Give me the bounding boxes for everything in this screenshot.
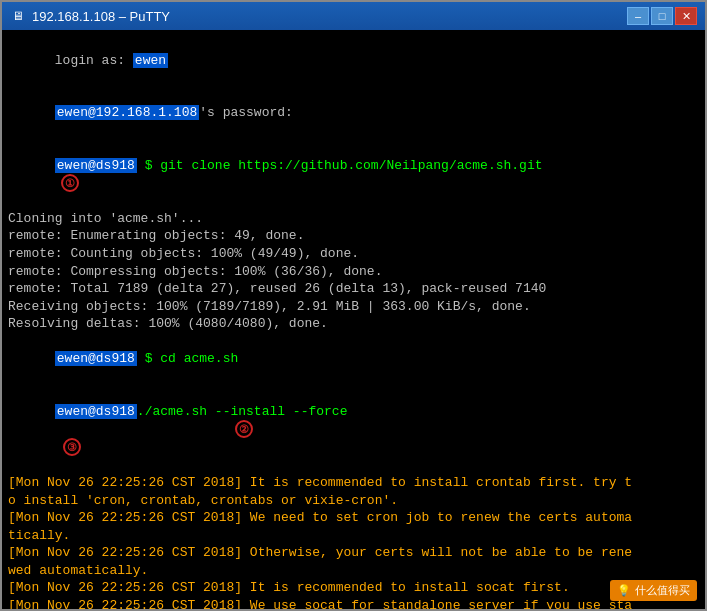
watermark-icon: 💡 [617,583,631,598]
close-button[interactable]: ✕ [675,7,697,25]
terminal-line: ewen@ds918./acme.sh --install --force ② … [8,385,699,474]
window-title: 192.168.1.108 – PuTTY [32,9,170,24]
terminal-line: [Mon Nov 26 22:25:26 CST 2018] We need t… [8,509,699,527]
terminal-line: remote: Total 7189 (delta 27), reused 26… [8,280,699,298]
terminal-line: Cloning into 'acme.sh'... [8,210,699,228]
terminal-line: [Mon Nov 26 22:25:26 CST 2018] We use so… [8,597,699,609]
window-controls: – □ ✕ [627,7,697,25]
terminal-line: remote: Enumerating objects: 49, done. [8,227,699,245]
maximize-button[interactable]: □ [651,7,673,25]
watermark: 💡 什么值得买 [610,580,697,601]
title-bar: 🖥 192.168.1.108 – PuTTY – □ ✕ [2,2,705,30]
terminal-line: tically. [8,527,699,545]
watermark-text: 什么值得买 [635,583,690,598]
terminal-line: [Mon Nov 26 22:25:26 CST 2018] It is rec… [8,474,699,492]
terminal-line: remote: Counting objects: 100% (49/49), … [8,245,699,263]
terminal-line: [Mon Nov 26 22:25:26 CST 2018] Otherwise… [8,544,699,562]
app-icon: 🖥 [10,8,26,24]
minimize-button[interactable]: – [627,7,649,25]
terminal-line: o install 'cron, crontab, crontabs or vi… [8,492,699,510]
terminal-area[interactable]: login as: ewen ewen@192.168.1.108's pass… [2,30,705,609]
terminal-line: login as: ewen [8,34,699,87]
terminal-line: Receiving objects: 100% (7189/7189), 2.9… [8,298,699,316]
terminal-line: [Mon Nov 26 22:25:26 CST 2018] It is rec… [8,579,699,597]
terminal-line: ewen@ds918 $ git clone https://github.co… [8,139,699,210]
terminal-line: wed automatically. [8,562,699,580]
terminal-line: ewen@ds918 $ cd acme.sh [8,333,699,386]
putty-window: 🖥 192.168.1.108 – PuTTY – □ ✕ login as: … [0,0,707,611]
terminal-line: Resolving deltas: 100% (4080/4080), done… [8,315,699,333]
title-bar-left: 🖥 192.168.1.108 – PuTTY [10,8,170,24]
terminal-line: remote: Compressing objects: 100% (36/36… [8,263,699,281]
terminal-line: ewen@192.168.1.108's password: [8,87,699,140]
